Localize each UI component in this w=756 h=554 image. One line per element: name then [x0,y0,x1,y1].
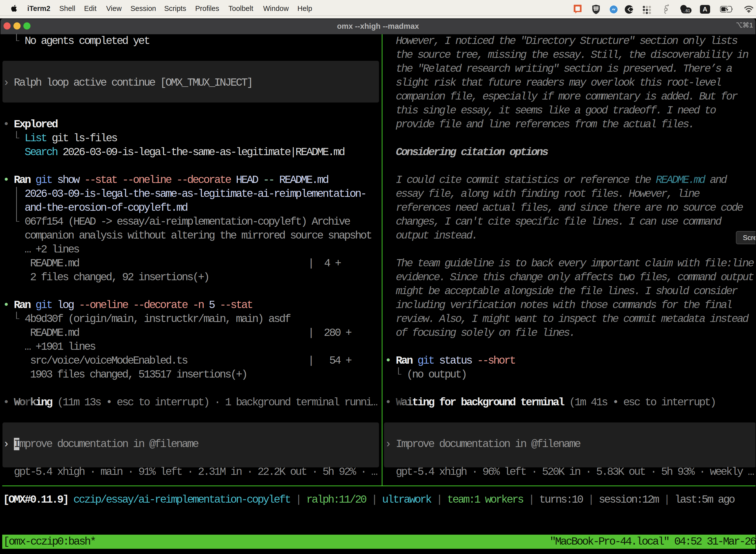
svg-text:1: 1 [749,21,753,29]
svg-text:..61: ..61 [683,8,690,13]
